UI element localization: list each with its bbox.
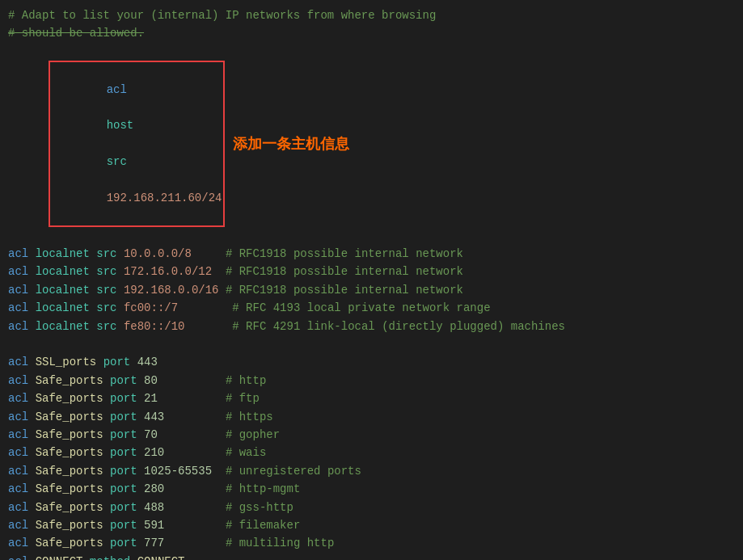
line-safe-443-text: acl Safe_ports port 443 # https: [8, 408, 735, 426]
line-7: acl localnet src fc00::/7 # RFC 4193 loc…: [8, 299, 735, 317]
blank-1: [8, 335, 735, 353]
line-safe-777-text: acl Safe_ports port 777 # multiling http: [8, 534, 735, 552]
line-safe-70: acl Safe_ports port 70 # gopher: [8, 426, 735, 444]
line-2-text: # should be allowed.: [8, 24, 735, 42]
code-container: # Adapt to list your (internal) IP netwo…: [0, 0, 743, 560]
line-safe-80-text: acl Safe_ports port 80 # http: [8, 372, 735, 389]
line-safe-21: acl Safe_ports port 21 # ftp: [8, 389, 735, 407]
line-safe-777: acl Safe_ports port 777 # multiling http: [8, 534, 735, 552]
line-8-text: acl localnet src fe80::/10 # RFC 4291 li…: [8, 318, 735, 335]
line-safe-591-text: acl Safe_ports port 591 # filemaker: [8, 516, 735, 534]
line-1: # Adapt to list your (internal) IP netwo…: [8, 6, 735, 24]
line-safe-280-text: acl Safe_ports port 280 # http-mgmt: [8, 480, 735, 498]
line-safe-488-text: acl Safe_ports port 488 # gss-http: [8, 499, 735, 516]
line-safe-1025-text: acl Safe_ports port 1025-65535 # unregis…: [8, 462, 735, 480]
line-safe-443: acl Safe_ports port 443 # https: [8, 408, 735, 426]
line-safe-280: acl Safe_ports port 280 # http-mgmt: [8, 480, 735, 498]
line-connect-text: acl CONNECT method CONNECT: [8, 553, 735, 560]
line-safe-1025: acl Safe_ports port 1025-65535 # unregis…: [8, 462, 735, 480]
line-5: acl localnet src 172.16.0.0/12 # RFC1918…: [8, 263, 735, 280]
line-4: acl localnet src 10.0.0.0/8 # RFC1918 po…: [8, 245, 735, 263]
line-4-text: acl localnet src 10.0.0.0/8 # RFC1918 po…: [8, 245, 735, 263]
line-6: acl localnet src 192.168.0.0/16 # RFC191…: [8, 281, 735, 299]
comment-text-2: # should be allowed.: [8, 27, 144, 40]
comment-text: # Adapt to list your (internal) IP netwo…: [8, 9, 436, 22]
line-5-text: acl localnet src 172.16.0.0/12 # RFC1918…: [8, 263, 735, 280]
line-safe-80: acl Safe_ports port 80 # http: [8, 372, 735, 389]
acl-host-highlight: acl host src 192.168.211.60/24: [49, 61, 225, 227]
line-3-text: acl host src 192.168.211.60/24: [8, 43, 225, 245]
line-safe-70-text: acl Safe_ports port 70 # gopher: [8, 426, 735, 444]
line-7-text: acl localnet src fc00::/7 # RFC 4193 loc…: [8, 299, 735, 317]
line-safe-210: acl Safe_ports port 210 # wais: [8, 444, 735, 461]
line-connect: acl CONNECT method CONNECT: [8, 553, 735, 560]
ip-value: 192.168.211.60/24: [107, 192, 222, 204]
line-safe-21-text: acl Safe_ports port 21 # ftp: [8, 389, 735, 407]
line-ssl-text: acl SSL_ports port 443: [8, 353, 735, 371]
host-keyword: host: [107, 119, 134, 132]
annotation-add-host: 添加一条主机信息: [233, 133, 349, 156]
line-safe-591: acl Safe_ports port 591 # filemaker: [8, 516, 735, 534]
line-ssl: acl SSL_ports port 443: [8, 353, 735, 371]
line-safe-488: acl Safe_ports port 488 # gss-http: [8, 499, 735, 516]
line-safe-210-text: acl Safe_ports port 210 # wais: [8, 444, 735, 461]
space2: [107, 137, 113, 150]
line-8: acl localnet src fe80::/10 # RFC 4291 li…: [8, 318, 735, 335]
line-2: # should be allowed.: [8, 24, 735, 42]
space3: [107, 174, 113, 187]
line-3: acl host src 192.168.211.60/24 添加一条主机信息: [8, 43, 735, 245]
src-keyword: src: [107, 155, 127, 168]
space1: [107, 101, 113, 114]
line-blank-1: [8, 335, 735, 353]
acl-keyword: acl: [107, 83, 127, 96]
line-1-text: # Adapt to list your (internal) IP netwo…: [8, 6, 735, 24]
line-6-text: acl localnet src 192.168.0.0/16 # RFC191…: [8, 281, 735, 299]
